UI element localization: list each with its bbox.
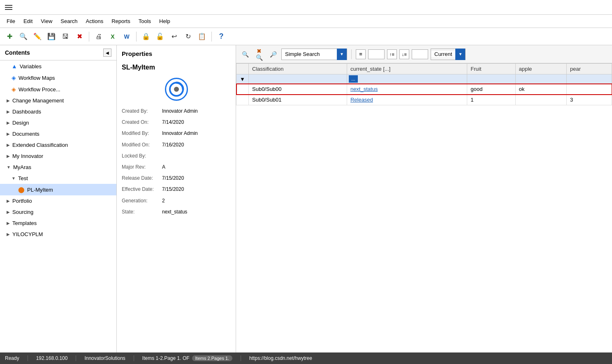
save-button[interactable]: 💾 <box>45 30 58 43</box>
filter-classification[interactable] <box>249 74 347 84</box>
search-type-arrow-icon[interactable]: ▼ <box>337 49 347 60</box>
row1-fruit[interactable]: good <box>467 84 515 95</box>
menu-search[interactable]: Search <box>57 16 81 26</box>
grid-header-classification[interactable]: Classification <box>249 64 347 74</box>
grid-input-2[interactable] <box>412 49 428 59</box>
edit-button[interactable]: ✏️ <box>31 30 44 43</box>
sidebar-item-variables[interactable]: ▲ Variables <box>0 60 116 72</box>
grid-search-clear-button[interactable]: ✖🔍 <box>253 49 265 60</box>
excel-button[interactable]: X <box>107 30 119 43</box>
portfolio-arrow: ▶ <box>7 199 10 203</box>
table-row[interactable]: Sub0/Sub00 next_status good ok <box>236 84 612 95</box>
grid-header-fruit[interactable]: Fruit <box>467 64 515 74</box>
row2-fruit[interactable]: 1 <box>467 95 515 105</box>
toolbar-separator-3 <box>211 32 212 42</box>
unlock-button[interactable]: 🔓 <box>154 30 166 43</box>
undo-button[interactable]: ↩ <box>168 30 180 43</box>
sidebar-item-design[interactable]: ▶ Design <box>0 117 116 128</box>
properties-title: Properties <box>122 50 231 57</box>
menu-file[interactable]: File <box>3 16 19 26</box>
grid-table: Classification current_state [...] Fruit… <box>236 63 612 105</box>
version-dropdown[interactable]: Current ▼ <box>431 49 466 60</box>
grid-table-wrapper: Classification current_state [...] Fruit… <box>236 63 612 352</box>
toolbar-separator-1 <box>89 32 89 42</box>
filter-current-state-btn[interactable]: ... <box>349 75 358 83</box>
hamburger-menu-icon[interactable] <box>3 3 14 12</box>
grid-sort-desc-button[interactable]: ↓≡ <box>399 49 409 59</box>
filter-pear[interactable] <box>567 74 612 84</box>
grid-header-pear[interactable]: pear <box>567 64 612 74</box>
row1-state-link[interactable]: next_status <box>350 86 378 92</box>
sidebar-item-myaras[interactable]: ▼ MyAras <box>0 162 116 173</box>
templates-arrow: ▶ <box>7 221 10 225</box>
filter-fruit[interactable] <box>467 74 515 84</box>
menu-reports[interactable]: Reports <box>108 16 134 26</box>
myaras-arrow: ▼ <box>7 165 11 169</box>
sidebar-label-portfolio: Portfolio <box>12 198 32 204</box>
grid-input-1[interactable] <box>368 49 385 59</box>
new-button[interactable]: ✚ <box>3 30 16 43</box>
menu-edit[interactable]: Edit <box>20 16 36 26</box>
grid-header-current-state[interactable]: current_state [...] <box>347 64 467 74</box>
help-button[interactable]: ? <box>215 30 227 43</box>
sidebar-label-myaras: MyAras <box>13 164 31 170</box>
row1-classification[interactable]: Sub0/Sub00 <box>249 84 347 95</box>
prop-created-on: Created On: 7/14/2020 <box>122 118 231 126</box>
save-db-button[interactable]: 🖫 <box>59 30 72 43</box>
row2-pear[interactable]: 3 <box>567 95 612 105</box>
sidebar-label-change-management: Change Management <box>12 97 64 104</box>
row2-current-state[interactable]: Released <box>347 95 467 105</box>
grid-header-apple[interactable]: apple <box>515 64 567 74</box>
pl-myitem-icon: ⬤ <box>18 186 25 193</box>
search-button[interactable]: 🔍 <box>17 30 30 43</box>
sidebar-item-yilocyplm[interactable]: ▶ YILOCYPLM <box>0 229 116 240</box>
row1-apple[interactable]: ok <box>515 84 567 95</box>
row2-classification[interactable]: Sub0/Sub01 <box>249 95 347 105</box>
filter-current-state[interactable]: ... <box>347 74 467 84</box>
row1-pear[interactable] <box>567 84 612 95</box>
sidebar-item-extended-classification[interactable]: ▶ Extended Classification <box>0 139 116 151</box>
menu-view[interactable]: View <box>37 16 56 26</box>
sidebar-label-templates: Templates <box>12 220 37 226</box>
sidebar-collapse-button[interactable]: ◀ <box>103 49 111 57</box>
status-items-info: Items 1-2.Page 1. OF Items 2.Pages 1. <box>134 355 241 361</box>
version-arrow-icon[interactable]: ▼ <box>455 49 465 60</box>
search-type-dropdown[interactable]: Simple Search ▼ <box>281 49 347 60</box>
menu-tools[interactable]: Tools <box>135 16 154 26</box>
sidebar-item-sourcing[interactable]: ▶ Sourcing <box>0 206 116 218</box>
menu-help[interactable]: Help <box>156 16 174 26</box>
rotate-button[interactable]: ↻ <box>182 30 194 43</box>
grid-columns-button[interactable]: ≡ <box>356 49 366 59</box>
row2-apple[interactable] <box>515 95 567 105</box>
row1-current-state[interactable]: next_status <box>347 84 467 95</box>
menu-actions[interactable]: Actions <box>83 16 107 26</box>
sidebar-item-documents[interactable]: ▶ Documents <box>0 128 116 139</box>
prop-locked-by: Locked By: <box>122 152 231 160</box>
sidebar: Contents ◀ ▲ Variables ◈ Workflow Maps ◈… <box>0 45 117 352</box>
yilocyplm-arrow: ▶ <box>7 232 10 236</box>
main-layout: Contents ◀ ▲ Variables ◈ Workflow Maps ◈… <box>0 45 612 352</box>
sidebar-item-workflow-maps[interactable]: ◈ Workflow Maps <box>0 72 116 83</box>
sidebar-item-pl-myitem[interactable]: ⬤ PL-MyItem <box>0 184 116 195</box>
sidebar-item-my-innovator[interactable]: ▶ My Innovator <box>0 151 116 162</box>
lock-button[interactable]: 🔒 <box>140 30 152 43</box>
grid-sort-asc-button[interactable]: ↑≡ <box>387 49 397 59</box>
delete-button[interactable]: ✖ <box>73 30 86 43</box>
row2-state-link[interactable]: Released <box>350 97 373 103</box>
print-button[interactable]: 🖨 <box>93 30 105 43</box>
sidebar-item-portfolio[interactable]: ▶ Portfolio <box>0 195 116 206</box>
sidebar-item-workflow-proce[interactable]: ◈ Workflow Proce... <box>0 83 116 95</box>
paste-button[interactable]: 📋 <box>196 30 208 43</box>
grid-search-run-button[interactable]: 🔎 <box>267 49 279 60</box>
filter-row-indicator: ▼ <box>236 74 249 84</box>
grid-search-active-button[interactable]: 🔍 <box>239 49 251 60</box>
filter-apple[interactable] <box>515 74 567 84</box>
sidebar-item-templates[interactable]: ▶ Templates <box>0 218 116 229</box>
table-row[interactable]: Sub0/Sub01 Released 1 3 <box>236 95 612 105</box>
sidebar-item-change-management[interactable]: ▶ Change Management <box>0 95 116 106</box>
sidebar-label-workflow-maps: Workflow Maps <box>19 75 55 81</box>
documents-arrow: ▶ <box>7 132 10 136</box>
sidebar-item-dashboards[interactable]: ▶ Dashboards <box>0 106 116 117</box>
word-button[interactable]: W <box>121 30 133 43</box>
sidebar-item-test[interactable]: ▼ Test <box>0 173 116 184</box>
